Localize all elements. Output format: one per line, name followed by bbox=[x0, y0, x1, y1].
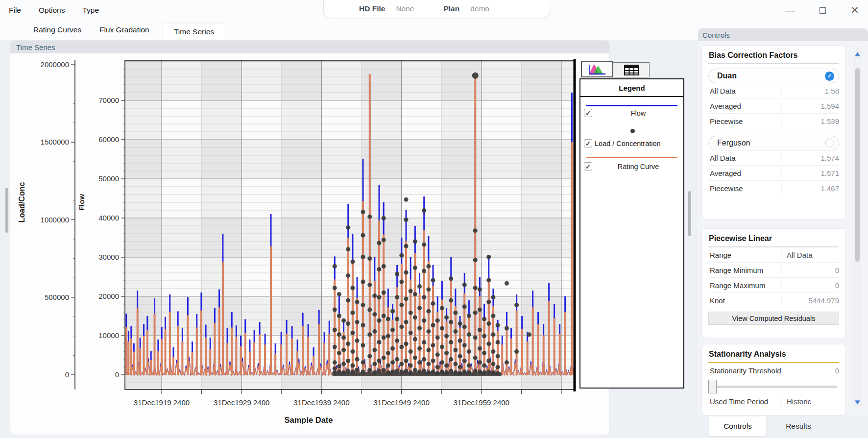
row-label: Knot bbox=[708, 296, 781, 305]
tab-results[interactable]: Results bbox=[774, 416, 823, 436]
svg-text:30000: 30000 bbox=[98, 253, 119, 261]
left-splitter-handle[interactable] bbox=[5, 188, 8, 233]
flow-label: Flow bbox=[595, 109, 682, 117]
time-series-chart[interactable]: 0500000100000015000002000000010000200003… bbox=[10, 53, 610, 435]
scroll-up-icon[interactable] bbox=[854, 51, 861, 57]
rating-label: Rating Curve bbox=[595, 163, 682, 170]
rating-checkbox[interactable] bbox=[584, 162, 592, 170]
plot-view-tab[interactable] bbox=[581, 61, 613, 77]
row-value: 1.571 bbox=[781, 169, 839, 177]
flow-line-swatch bbox=[586, 105, 677, 106]
menu-type[interactable]: Type bbox=[82, 6, 99, 15]
menu-options[interactable]: Options bbox=[39, 6, 65, 15]
row-label: All Data bbox=[708, 87, 781, 95]
title-bar: File Options Type HD File None Plan demo… bbox=[0, 0, 868, 22]
ferguson-label: Ferguson bbox=[717, 139, 825, 147]
table-icon bbox=[624, 65, 639, 75]
piecewise-linear-card: Piecewise Linear Range All Data Range Mi… bbox=[701, 228, 846, 338]
time-series-panel-header: Time Series bbox=[10, 41, 609, 53]
tab-flux-gradation[interactable]: Flux Gradation bbox=[99, 25, 149, 34]
svg-text:31Dec1939 2400: 31Dec1939 2400 bbox=[293, 398, 349, 407]
svg-text:10000: 10000 bbox=[98, 331, 119, 340]
svg-text:0: 0 bbox=[65, 370, 69, 379]
table-row: All Data 1.574 bbox=[708, 150, 839, 166]
row-label: Piecewise bbox=[708, 117, 781, 125]
svg-text:31Dec1959 2400: 31Dec1959 2400 bbox=[454, 398, 509, 407]
view-computed-residuals-button[interactable]: View Computed Residuals bbox=[708, 312, 839, 325]
stationarity-slider[interactable] bbox=[708, 379, 839, 394]
radio-unselected-icon bbox=[825, 139, 834, 147]
tab-time-series[interactable]: Time Series bbox=[163, 24, 225, 40]
svg-text:31Dec1949 2400: 31Dec1949 2400 bbox=[373, 398, 429, 407]
legend-item-flow: Flow bbox=[584, 109, 682, 117]
legend-panel: Legend Flow Load / Concentration Rating … bbox=[579, 78, 684, 389]
table-row: Used Time Period Historic bbox=[708, 394, 839, 409]
legend-item-rating: Rating Curve bbox=[584, 162, 682, 170]
range-min-field[interactable]: 0 bbox=[781, 266, 839, 274]
svg-text:50000: 50000 bbox=[98, 174, 119, 183]
controls-bottom-tabs: Controls Results bbox=[698, 415, 868, 436]
close-icon[interactable]: ✕ bbox=[848, 4, 861, 17]
panel-title: Time Series bbox=[16, 43, 55, 51]
duan-method-toggle[interactable]: Duan bbox=[708, 69, 839, 83]
slider-track[interactable] bbox=[709, 386, 837, 388]
svg-text:500000: 500000 bbox=[45, 293, 69, 301]
bias-heading: Bias Correction Factors bbox=[708, 46, 839, 64]
radio-selected-icon bbox=[825, 72, 834, 81]
row-value: 1.574 bbox=[781, 154, 839, 162]
minimize-icon[interactable]: ― bbox=[784, 4, 796, 17]
scrollbar-thumb[interactable] bbox=[855, 68, 860, 262]
maximize-icon[interactable] bbox=[816, 4, 829, 17]
used-time-period-select[interactable]: Historic bbox=[781, 397, 839, 406]
controls-title: Controls bbox=[702, 31, 730, 39]
controls-panel: Bias Correction Factors Duan All Data 1.… bbox=[698, 41, 868, 415]
rating-line-swatch bbox=[586, 157, 677, 158]
load-label: Load / Concentration bbox=[595, 140, 682, 147]
row-label: All Data bbox=[708, 154, 781, 162]
flow-checkbox[interactable] bbox=[584, 109, 592, 117]
row-value: 1.539 bbox=[781, 117, 839, 125]
table-row: Averaged 1.594 bbox=[708, 98, 839, 114]
plan-label: Plan bbox=[443, 4, 459, 13]
menu-bar: File Options Type bbox=[9, 6, 99, 15]
row-label: Used Time Period bbox=[708, 397, 781, 406]
table-row: Range All Data bbox=[708, 247, 839, 263]
stationarity-card: Stationarity Analysis Stationarity Thres… bbox=[701, 344, 846, 415]
table-row: Knot 5444.979 bbox=[708, 293, 839, 308]
table-row: Range Maximum 0 bbox=[708, 278, 839, 293]
legend-title: Legend bbox=[580, 79, 683, 97]
piecewise-heading: Piecewise Linear bbox=[708, 229, 839, 247]
table-row: Range Minimum 0 bbox=[708, 263, 839, 278]
table-row: Stationarity Threshold 0 bbox=[708, 363, 839, 378]
svg-text:1500000: 1500000 bbox=[41, 138, 69, 146]
legend-item-load: Load / Concentration bbox=[584, 139, 682, 147]
file-plan-status: HD File None Plan demo bbox=[323, 0, 550, 18]
slider-handle[interactable] bbox=[708, 380, 717, 393]
hd-file-label: HD File bbox=[359, 4, 385, 13]
load-checkbox[interactable] bbox=[584, 139, 592, 147]
menu-file[interactable]: File bbox=[9, 6, 21, 15]
tab-rating-curves[interactable]: Rating Curves bbox=[33, 25, 81, 34]
scroll-down-icon[interactable] bbox=[854, 399, 861, 406]
range-max-field[interactable]: 0 bbox=[781, 281, 839, 290]
ferguson-method-toggle[interactable]: Ferguson bbox=[708, 136, 839, 150]
controls-panel-header: Controls bbox=[698, 28, 868, 41]
table-view-tab[interactable] bbox=[613, 62, 650, 77]
threshold-field[interactable]: 0 bbox=[781, 366, 839, 375]
row-label: Piecewise bbox=[708, 184, 781, 193]
range-select[interactable]: All Data bbox=[781, 251, 839, 259]
load-dot-swatch bbox=[630, 129, 635, 133]
svg-text:20000: 20000 bbox=[98, 292, 119, 300]
svg-text:40000: 40000 bbox=[98, 214, 119, 222]
controls-scrollbar[interactable] bbox=[853, 47, 862, 410]
svg-text:31Dec1929 2400: 31Dec1929 2400 bbox=[214, 398, 269, 407]
svg-text:Sample Date: Sample Date bbox=[284, 415, 333, 424]
svg-text:1000000: 1000000 bbox=[41, 216, 69, 224]
right-splitter-handle[interactable] bbox=[688, 191, 691, 236]
knot-value: 5444.979 bbox=[781, 296, 839, 305]
tab-controls[interactable]: Controls bbox=[709, 416, 766, 436]
stationarity-heading: Stationarity Analysis bbox=[708, 344, 839, 363]
duan-label: Duan bbox=[717, 72, 825, 80]
row-label: Averaged bbox=[708, 102, 781, 110]
table-row: Piecewise 1.539 bbox=[708, 114, 839, 129]
